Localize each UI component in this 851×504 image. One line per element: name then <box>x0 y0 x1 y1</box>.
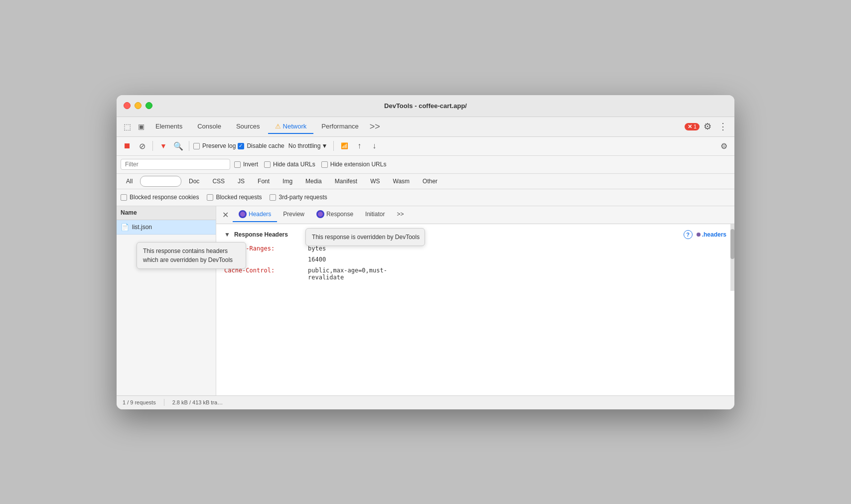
toolbar-separator-2 <box>189 141 189 151</box>
disable-cache-checkbox[interactable] <box>238 143 244 149</box>
filter-fetch-xhr[interactable]: Fetch/XHR <box>140 176 181 187</box>
detail-close-button[interactable]: ✕ <box>218 210 233 220</box>
filter-css[interactable]: CSS <box>207 176 230 187</box>
hide-extension-urls-checkbox[interactable] <box>321 161 328 168</box>
toolbar-separator-3 <box>333 141 334 151</box>
header-dot-icon <box>697 233 701 237</box>
filter-button[interactable]: ▼ <box>157 139 170 152</box>
clear-button[interactable]: ⊘ <box>136 139 148 152</box>
filter-js[interactable]: JS <box>232 176 250 187</box>
help-icon[interactable]: ? <box>684 230 693 239</box>
preserve-log-label[interactable]: Preserve log <box>193 142 236 149</box>
settings-icon[interactable]: ⚙ <box>701 121 714 132</box>
search-button[interactable]: 🔍 <box>172 139 185 152</box>
filter-manifest[interactable]: Manifest <box>329 176 363 187</box>
scrollbar[interactable] <box>730 224 734 291</box>
upload-icon[interactable]: ↑ <box>353 139 366 152</box>
blocked-requests-checkbox[interactable] <box>207 194 213 201</box>
requests-column-header: Name <box>117 206 216 220</box>
invert-checkbox[interactable] <box>234 161 241 168</box>
tab-console[interactable]: Console <box>190 120 228 134</box>
blocked-response-cookies-option[interactable]: Blocked response cookies <box>121 194 199 201</box>
response-headers-section: ▼ Response Headers ? .headers Accept-Ran… <box>216 224 734 291</box>
response-override-dot <box>316 210 324 218</box>
error-badge: ✕ 1 <box>685 123 700 130</box>
detail-tab-response[interactable]: Response This response is overridden by … <box>310 207 359 222</box>
filter-options: Invert Hide data URLs Hide extension URL… <box>234 161 386 168</box>
wifi-settings-icon[interactable]: 📶 <box>338 139 351 152</box>
cursor-icon: ⬚ <box>121 122 134 131</box>
scrollbar-thumb[interactable] <box>730 229 734 259</box>
request-name: list.json <box>132 224 152 231</box>
tab-sources[interactable]: Sources <box>229 120 267 134</box>
stop-recording-button[interactable]: ⏹ <box>121 139 134 152</box>
hide-data-urls-checkbox[interactable] <box>264 161 271 168</box>
minimize-button[interactable] <box>135 102 142 109</box>
filter-wasm[interactable]: Wasm <box>388 176 416 187</box>
close-button[interactable] <box>124 102 131 109</box>
tab-performance[interactable]: Performance <box>314 120 365 134</box>
collapse-arrow[interactable]: ▼ <box>224 231 230 238</box>
detail-tab-headers[interactable]: Headers <box>233 207 277 222</box>
preserve-log-checkbox[interactable] <box>193 143 200 149</box>
filter-all[interactable]: All <box>121 176 138 187</box>
headers-link[interactable]: .headers <box>697 231 726 238</box>
tab-elements[interactable]: Elements <box>148 120 189 134</box>
toolbar-separator-1 <box>152 141 153 151</box>
maximize-button[interactable] <box>145 102 152 109</box>
filter-other[interactable]: Other <box>417 176 443 187</box>
warning-icon: ⚠ <box>275 123 281 130</box>
hide-extension-urls-option[interactable]: Hide extension URLs <box>321 161 387 168</box>
third-party-requests-option[interactable]: 3rd-party requests <box>270 194 327 201</box>
filter-font[interactable]: Font <box>252 176 275 187</box>
detail-panel: ✕ Headers Preview Response This response… <box>216 206 734 395</box>
detail-tab-preview[interactable]: Preview <box>277 208 310 222</box>
network-toolbar: ⏹ ⊘ ▼ 🔍 Preserve log Disable cache No th… <box>117 137 734 156</box>
header-value-cache-control: public,max-age=0,must-revalidate <box>308 267 387 281</box>
blocked-requests-option[interactable]: Blocked requests <box>207 194 262 201</box>
filter-media[interactable]: Media <box>300 176 327 187</box>
hide-data-urls-option[interactable]: Hide data URLs <box>264 161 315 168</box>
tab-network[interactable]: ⚠Network <box>268 120 314 134</box>
download-icon[interactable]: ↓ <box>368 139 381 152</box>
header-name-cache-control: Cache-Control: <box>224 267 304 281</box>
requests-panel: Name 📄 list.json This response contains … <box>117 206 216 395</box>
detail-tab-initiator[interactable]: Initiator <box>359 208 391 222</box>
header-row-age: Age: 16400 <box>224 256 726 263</box>
main-content: Name 📄 list.json This response contains … <box>117 206 734 395</box>
filter-row: Invert Hide data URLs Hide extension URL… <box>117 156 734 174</box>
title-bar: DevTools - coffee-cart.app/ <box>117 95 734 117</box>
header-row-cache-control: Cache-Control: public,max-age=0,must-rev… <box>224 267 726 281</box>
header-row-accept-ranges: Accept-Ranges: bytes <box>224 245 726 252</box>
header-value-age: 16400 <box>308 256 326 263</box>
invert-option[interactable]: Invert <box>234 161 258 168</box>
transfer-size: 2.8 kB / 413 kB tra… <box>172 399 223 405</box>
more-tabs-button[interactable]: >> <box>367 122 383 132</box>
devtools-tab-bar: ⬚ ▣ Elements Console Sources ⚠Network Pe… <box>117 117 734 137</box>
third-party-checkbox[interactable] <box>270 194 276 201</box>
window-title: DevTools - coffee-cart.app/ <box>384 102 467 110</box>
requests-count: 1 / 9 requests <box>123 399 156 405</box>
device-icon: ▣ <box>135 123 147 130</box>
throttle-select[interactable]: No throttling ▼ <box>286 141 330 150</box>
file-icon: 📄 <box>121 223 129 231</box>
filter-doc[interactable]: Doc <box>183 176 205 187</box>
devtools-window: DevTools - coffee-cart.app/ ⬚ ▣ Elements… <box>117 95 734 409</box>
tooltip-override-headers: This response contains headers which are… <box>137 242 246 269</box>
more-menu-icon[interactable]: ⋮ <box>715 121 730 132</box>
filter-ws[interactable]: WS <box>365 176 385 187</box>
request-item-list-json[interactable]: 📄 list.json This response contains heade… <box>117 220 216 235</box>
status-bar: 1 / 9 requests 2.8 kB / 413 kB tra… <box>117 395 734 409</box>
response-headers-title: ▼ Response Headers ? .headers <box>224 230 726 239</box>
type-filter-row: All Fetch/XHR Doc CSS JS Font Img Media … <box>117 174 734 189</box>
blocked-row: Blocked response cookies Blocked request… <box>117 189 734 206</box>
headers-override-dot <box>239 210 247 218</box>
detail-tab-more[interactable]: >> <box>391 208 410 222</box>
detail-tabs: ✕ Headers Preview Response This response… <box>216 206 734 224</box>
network-settings-icon[interactable]: ⚙ <box>717 139 730 152</box>
disable-cache-label[interactable]: Disable cache <box>238 142 284 149</box>
filter-img[interactable]: Img <box>277 176 298 187</box>
window-controls <box>124 102 152 109</box>
blocked-cookies-checkbox[interactable] <box>121 194 127 201</box>
filter-input[interactable] <box>121 159 230 170</box>
